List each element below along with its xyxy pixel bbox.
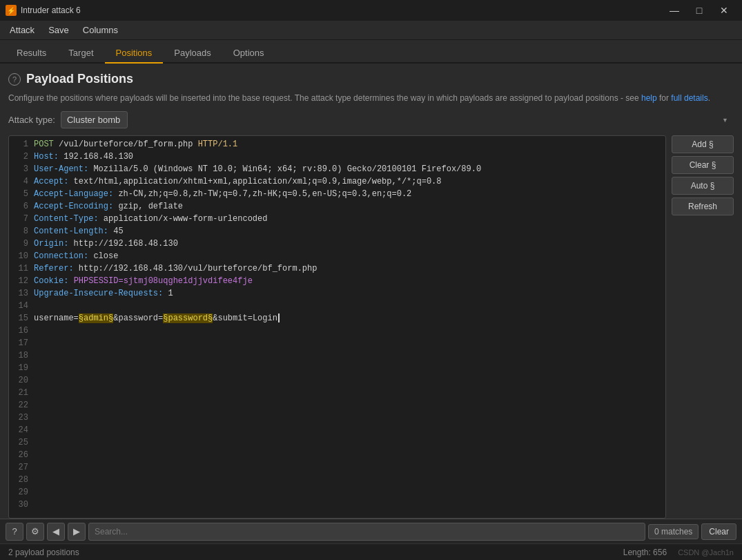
settings-toolbar-icon[interactable]: ⚙ (26, 523, 44, 541)
editor-content[interactable]: 1 POST /vul/burteforce/bf_form.php HTTP/… (9, 136, 665, 518)
editor-line: 30 (9, 499, 665, 512)
tab-target[interactable]: Target (57, 44, 104, 64)
tab-payloads[interactable]: Payloads (163, 44, 222, 64)
line-number: 23 (9, 413, 34, 423)
line-number: 13 (9, 289, 34, 298)
status-right: Length: 656 CSDN @Jach1n (623, 548, 734, 557)
editor-line: 11 Referer: http://192.168.48.130/vul/bu… (9, 263, 665, 276)
page-description: Configure the positions where payloads w… (8, 92, 734, 104)
maximize-button[interactable]: □ (687, 0, 712, 21)
line-number: 28 (9, 475, 34, 485)
clear-search-button[interactable]: Clear (701, 523, 736, 540)
add-section-button[interactable]: Add § (672, 135, 734, 153)
attack-type-select[interactable]: Cluster bomb Sniper Battering ram Pitchf… (61, 111, 128, 128)
title-bar: ⚡ Intruder attack 6 — □ ✕ (0, 0, 742, 21)
line-number: 9 (9, 239, 34, 249)
editor-line: 3 User-Agent: Mozilla/5.0 (Windows NT 10… (9, 164, 665, 176)
editor-line: 10 Connection: close (9, 251, 665, 263)
line-number: 20 (9, 376, 34, 385)
editor-line: 19 (9, 363, 665, 375)
editor-line: 15 username=§admin§&password=§password§&… (9, 313, 665, 325)
line-number: 6 (9, 202, 34, 211)
desc-end: . (708, 93, 710, 103)
line-content: User-Agent: Mozilla/5.0 (Windows NT 10.0… (34, 164, 665, 174)
line-number: 19 (9, 363, 34, 373)
editor-line: 20 (9, 375, 665, 387)
editor-line: 28 (9, 474, 665, 487)
line-content: Accept: text/html,application/xhtml+xml,… (34, 177, 665, 186)
attack-type-wrapper: Cluster bomb Sniper Battering ram Pitchf… (61, 111, 734, 128)
line-content: Cookie: PHPSESSID=sjtmj08uqghe1djjvdifee… (34, 276, 665, 286)
editor-line: 2 Host: 192.168.48.130 (9, 151, 665, 164)
back-toolbar-icon[interactable]: ◀ (47, 523, 65, 541)
side-buttons: Add § Clear § Auto § Refresh (672, 135, 734, 519)
tab-positions[interactable]: Positions (105, 44, 164, 64)
line-number: 7 (9, 214, 34, 224)
full-details-link[interactable]: full details (671, 93, 707, 103)
page-title: Payload Positions (26, 72, 133, 86)
editor-line: 17 (9, 338, 665, 350)
watermark: CSDN @Jach1n (678, 548, 734, 557)
editor-line: 9 Origin: http://192.168.48.130 (9, 238, 665, 251)
menu-columns[interactable]: Columns (76, 22, 125, 38)
editor-line: 23 (9, 412, 665, 425)
line-number: 1 (9, 139, 34, 149)
tab-bar: Results Target Positions Payloads Option… (0, 40, 742, 64)
tab-results[interactable]: Results (6, 44, 57, 64)
editor-line: 5 Accept-Language: zh-CN,zh;q=0.8,zh-TW;… (9, 189, 665, 201)
window-controls: — □ ✕ (662, 0, 736, 21)
line-number: 8 (9, 226, 34, 236)
line-number: 10 (9, 251, 34, 261)
editor-line: 25 (9, 437, 665, 450)
line-content: Origin: http://192.168.48.130 (34, 239, 665, 249)
line-content: Content-Type: application/x-www-form-url… (34, 214, 665, 224)
editor-line: 1 POST /vul/burteforce/bf_form.php HTTP/… (9, 139, 665, 151)
search-input[interactable] (88, 523, 645, 541)
length-status: Length: 656 (623, 548, 667, 557)
line-content: Accept-Encoding: gzip, deflate (34, 202, 665, 211)
attack-type-label: Attack type: (8, 115, 55, 125)
line-number: 18 (9, 351, 34, 360)
matches-badge: 0 matches (648, 524, 699, 539)
desc-text-2: for (657, 93, 672, 103)
forward-toolbar-icon[interactable]: ▶ (68, 523, 86, 541)
editor-line: 26 (9, 450, 665, 462)
status-bar: 2 payload positions Length: 656 CSDN @Ja… (0, 543, 742, 560)
editor-line: 4 Accept: text/html,application/xhtml+xm… (9, 176, 665, 189)
line-number: 3 (9, 164, 34, 174)
line-number: 24 (9, 425, 34, 435)
line-content: Connection: close (34, 251, 665, 261)
close-button[interactable]: ✕ (712, 0, 736, 21)
help-icon[interactable]: ? (8, 73, 21, 86)
editor-line: 29 (9, 487, 665, 499)
line-number: 26 (9, 450, 34, 460)
editor-line: 27 (9, 462, 665, 474)
editor-line: 24 (9, 425, 665, 437)
editor-line: 16 (9, 325, 665, 338)
line-number: 25 (9, 438, 34, 447)
app-icon: ⚡ (6, 5, 17, 16)
line-number: 2 (9, 152, 34, 162)
editor-line: 14 (9, 300, 665, 313)
clear-section-button[interactable]: Clear § (672, 156, 734, 174)
line-number: 15 (9, 313, 34, 323)
help-link[interactable]: help (641, 93, 657, 103)
editor-line: 13 Upgrade-Insecure-Requests: 1 (9, 288, 665, 300)
minimize-button[interactable]: — (662, 0, 687, 21)
editor-line: 18 (9, 350, 665, 363)
auto-section-button[interactable]: Auto § (672, 177, 734, 195)
line-content: username=§admin§&password=§password§&sub… (34, 313, 665, 323)
menu-attack[interactable]: Attack (3, 22, 41, 38)
editor-line: 6 Accept-Encoding: gzip, deflate (9, 201, 665, 213)
line-number: 27 (9, 463, 34, 472)
page-header: ? Payload Positions (8, 72, 734, 86)
desc-text-1: Configure the positions where payloads w… (8, 93, 641, 103)
menu-save[interactable]: Save (41, 22, 76, 38)
tab-options[interactable]: Options (222, 44, 275, 64)
help-toolbar-icon[interactable]: ? (6, 523, 23, 541)
window-title: Intruder attack 6 (21, 6, 662, 15)
line-number: 21 (9, 388, 34, 398)
menu-bar: Attack Save Columns (0, 21, 742, 40)
refresh-button[interactable]: Refresh (672, 197, 734, 215)
editor-line: 8 Content-Length: 45 (9, 226, 665, 238)
